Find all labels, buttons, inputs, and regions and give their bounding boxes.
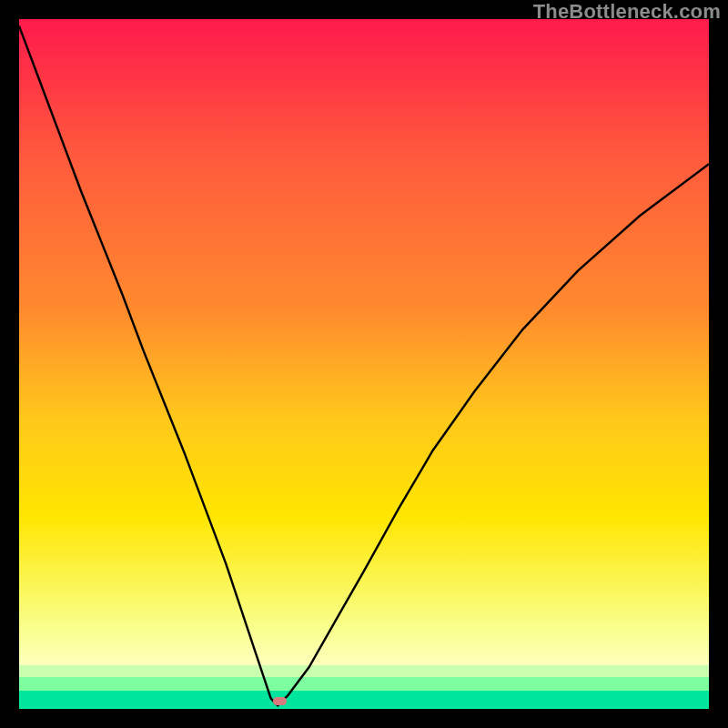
watermark-text: TheBottleneck.com (533, 0, 721, 24)
curve-layer (19, 19, 709, 709)
optimal-marker (273, 697, 286, 705)
plot-area (19, 19, 709, 709)
bottleneck-curve (19, 26, 709, 706)
chart-frame: TheBottleneck.com (0, 0, 728, 728)
